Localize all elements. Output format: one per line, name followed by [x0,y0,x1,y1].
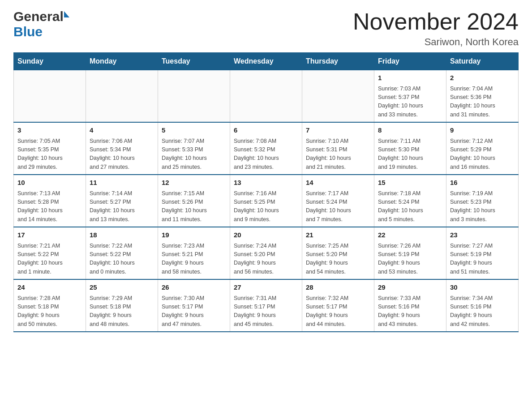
day-number: 5 [162,125,226,136]
calendar-cell: 18Sunrise: 7:22 AM Sunset: 5:22 PM Dayli… [86,227,158,279]
calendar-table: SundayMondayTuesdayWednesdayThursdayFrid… [13,52,519,332]
day-info: Sunrise: 7:18 AM Sunset: 5:24 PM Dayligh… [378,189,442,224]
calendar-cell: 2Sunrise: 7:04 AM Sunset: 5:36 PM Daylig… [446,70,519,123]
calendar-cell: 29Sunrise: 7:33 AM Sunset: 5:16 PM Dayli… [374,279,446,332]
calendar-cell: 24Sunrise: 7:28 AM Sunset: 5:18 PM Dayli… [14,279,86,332]
subtitle: Sariwon, North Korea [353,36,519,48]
day-number: 20 [234,230,298,240]
day-number: 24 [17,283,82,293]
calendar-cell: 20Sunrise: 7:24 AM Sunset: 5:20 PM Dayli… [230,227,302,279]
calendar-body: 1Sunrise: 7:03 AM Sunset: 5:37 PM Daylig… [14,70,519,332]
calendar-header-thursday: Thursday [302,53,374,70]
calendar-header-wednesday: Wednesday [230,53,302,70]
day-info: Sunrise: 7:11 AM Sunset: 5:30 PM Dayligh… [378,137,442,172]
day-number: 8 [378,125,442,136]
day-number: 11 [90,178,154,188]
logo-blue-text: Blue [13,24,43,39]
calendar-header-row: SundayMondayTuesdayWednesdayThursdayFrid… [14,53,519,70]
day-number: 13 [234,178,298,188]
calendar-cell: 14Sunrise: 7:17 AM Sunset: 5:24 PM Dayli… [302,175,374,227]
day-number: 21 [306,230,370,240]
day-number: 12 [162,178,226,188]
day-info: Sunrise: 7:08 AM Sunset: 5:32 PM Dayligh… [234,137,298,172]
day-info: Sunrise: 7:12 AM Sunset: 5:29 PM Dayligh… [450,137,515,172]
calendar-cell: 7Sunrise: 7:10 AM Sunset: 5:31 PM Daylig… [302,122,374,175]
day-number: 25 [90,283,154,293]
calendar-cell: 22Sunrise: 7:26 AM Sunset: 5:19 PM Dayli… [374,227,446,279]
day-info: Sunrise: 7:13 AM Sunset: 5:28 PM Dayligh… [17,189,82,224]
day-number: 2 [450,73,515,83]
calendar-cell: 1Sunrise: 7:03 AM Sunset: 5:37 PM Daylig… [374,70,446,123]
day-number: 22 [378,230,442,240]
calendar-cell: 9Sunrise: 7:12 AM Sunset: 5:29 PM Daylig… [446,122,519,175]
calendar-cell: 5Sunrise: 7:07 AM Sunset: 5:33 PM Daylig… [158,122,230,175]
day-number: 19 [162,230,226,240]
day-info: Sunrise: 7:10 AM Sunset: 5:31 PM Dayligh… [306,137,370,172]
day-info: Sunrise: 7:22 AM Sunset: 5:22 PM Dayligh… [90,242,154,277]
day-number: 30 [450,283,515,293]
calendar-header-monday: Monday [86,53,158,70]
calendar-cell: 13Sunrise: 7:16 AM Sunset: 5:25 PM Dayli… [230,175,302,227]
calendar-cell: 15Sunrise: 7:18 AM Sunset: 5:24 PM Dayli… [374,175,446,227]
day-number: 18 [90,230,154,240]
day-number: 23 [450,230,515,240]
calendar-week-1: 1Sunrise: 7:03 AM Sunset: 5:37 PM Daylig… [14,70,519,123]
day-info: Sunrise: 7:24 AM Sunset: 5:20 PM Dayligh… [234,242,298,277]
day-info: Sunrise: 7:17 AM Sunset: 5:24 PM Dayligh… [306,189,370,224]
day-number: 16 [450,178,515,188]
day-info: Sunrise: 7:27 AM Sunset: 5:19 PM Dayligh… [450,242,515,277]
day-number: 3 [17,125,82,136]
day-number: 4 [90,125,154,136]
calendar-cell: 23Sunrise: 7:27 AM Sunset: 5:19 PM Dayli… [446,227,519,279]
calendar-cell: 6Sunrise: 7:08 AM Sunset: 5:32 PM Daylig… [230,122,302,175]
logo-general-text: General [13,9,64,24]
title-block: November 2024 Sariwon, North Korea [353,9,519,48]
calendar-cell: 11Sunrise: 7:14 AM Sunset: 5:27 PM Dayli… [86,175,158,227]
calendar-cell: 30Sunrise: 7:34 AM Sunset: 5:16 PM Dayli… [446,279,519,332]
calendar-cell: 19Sunrise: 7:23 AM Sunset: 5:21 PM Dayli… [158,227,230,279]
day-info: Sunrise: 7:16 AM Sunset: 5:25 PM Dayligh… [234,189,298,224]
main-title: November 2024 [353,9,519,34]
day-number: 17 [17,230,82,240]
day-number: 28 [306,283,370,293]
day-number: 14 [306,178,370,188]
day-info: Sunrise: 7:05 AM Sunset: 5:35 PM Dayligh… [17,137,82,172]
calendar-cell: 28Sunrise: 7:32 AM Sunset: 5:17 PM Dayli… [302,279,374,332]
calendar-cell: 25Sunrise: 7:29 AM Sunset: 5:18 PM Dayli… [86,279,158,332]
calendar-cell [14,70,86,123]
day-info: Sunrise: 7:32 AM Sunset: 5:17 PM Dayligh… [306,294,370,329]
day-info: Sunrise: 7:21 AM Sunset: 5:22 PM Dayligh… [17,242,82,277]
calendar-cell: 27Sunrise: 7:31 AM Sunset: 5:17 PM Dayli… [230,279,302,332]
calendar-cell [158,70,230,123]
page-header: General Blue November 2024 Sariwon, Nort… [13,9,519,48]
logo: General Blue [13,9,69,39]
day-info: Sunrise: 7:04 AM Sunset: 5:36 PM Dayligh… [450,85,515,120]
day-number: 29 [378,283,442,293]
day-info: Sunrise: 7:34 AM Sunset: 5:16 PM Dayligh… [450,294,515,329]
logo-arrow-icon [64,11,69,17]
day-number: 15 [378,178,442,188]
day-number: 26 [162,283,226,293]
day-info: Sunrise: 7:06 AM Sunset: 5:34 PM Dayligh… [90,137,154,172]
calendar-cell [230,70,302,123]
calendar-cell: 3Sunrise: 7:05 AM Sunset: 5:35 PM Daylig… [14,122,86,175]
calendar-cell [86,70,158,123]
calendar-header-tuesday: Tuesday [158,53,230,70]
calendar-week-5: 24Sunrise: 7:28 AM Sunset: 5:18 PM Dayli… [14,279,519,332]
day-info: Sunrise: 7:14 AM Sunset: 5:27 PM Dayligh… [90,189,154,224]
day-number: 6 [234,125,298,136]
calendar-cell: 12Sunrise: 7:15 AM Sunset: 5:26 PM Dayli… [158,175,230,227]
calendar-week-3: 10Sunrise: 7:13 AM Sunset: 5:28 PM Dayli… [14,175,519,227]
calendar-cell: 26Sunrise: 7:30 AM Sunset: 5:17 PM Dayli… [158,279,230,332]
day-number: 9 [450,125,515,136]
day-info: Sunrise: 7:30 AM Sunset: 5:17 PM Dayligh… [162,294,226,329]
calendar-week-4: 17Sunrise: 7:21 AM Sunset: 5:22 PM Dayli… [14,227,519,279]
calendar-cell: 21Sunrise: 7:25 AM Sunset: 5:20 PM Dayli… [302,227,374,279]
day-number: 7 [306,125,370,136]
calendar-cell: 17Sunrise: 7:21 AM Sunset: 5:22 PM Dayli… [14,227,86,279]
day-number: 10 [17,178,82,188]
day-info: Sunrise: 7:29 AM Sunset: 5:18 PM Dayligh… [90,294,154,329]
day-info: Sunrise: 7:31 AM Sunset: 5:17 PM Dayligh… [234,294,298,329]
calendar-cell: 16Sunrise: 7:19 AM Sunset: 5:23 PM Dayli… [446,175,519,227]
day-info: Sunrise: 7:07 AM Sunset: 5:33 PM Dayligh… [162,137,226,172]
